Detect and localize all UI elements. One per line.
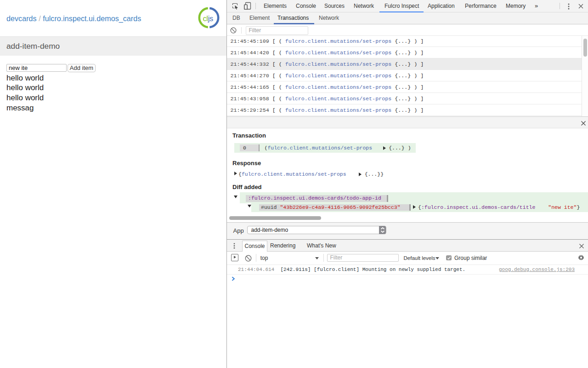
svg-text:cljs: cljs <box>203 14 213 23</box>
